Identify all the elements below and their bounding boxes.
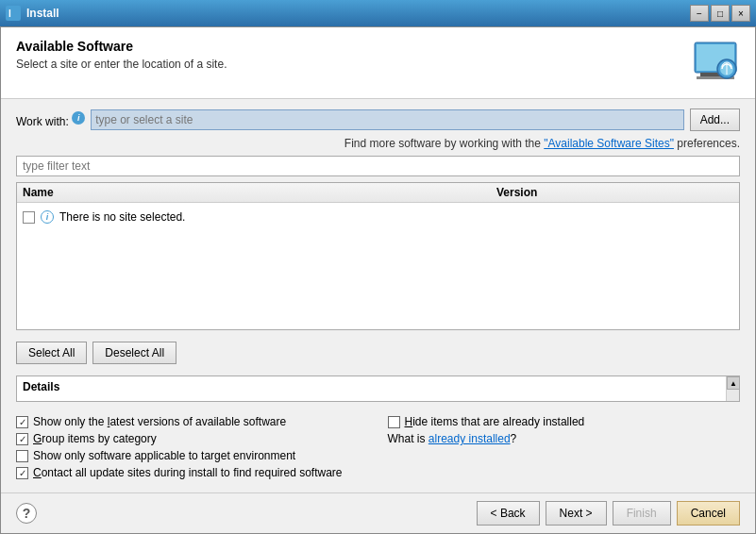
work-with-info-icon: i bbox=[72, 111, 85, 125]
col-name-header: Name bbox=[23, 186, 496, 199]
title-bar-text: Install bbox=[26, 7, 684, 20]
deselect-all-button[interactable]: Deselect All bbox=[92, 342, 176, 364]
row-checkbox[interactable] bbox=[23, 211, 35, 224]
svg-text:I: I bbox=[8, 8, 11, 19]
opt6-checkbox[interactable] bbox=[16, 467, 28, 479]
opt5-checkbox[interactable] bbox=[16, 450, 28, 462]
col-version-header: Version bbox=[496, 186, 733, 199]
opt2-checkbox[interactable] bbox=[388, 416, 400, 428]
software-table: Name Version i There is no site selected… bbox=[16, 182, 740, 330]
header-text: Available Software Select a site or ente… bbox=[16, 39, 227, 71]
no-site-message: There is no site selected. bbox=[59, 210, 185, 224]
option-contact-update-sites: Contact all update sites during install … bbox=[16, 466, 369, 479]
add-button[interactable]: Add... bbox=[690, 108, 740, 131]
title-bar-buttons: − □ × bbox=[690, 5, 750, 22]
table-header: Name Version bbox=[17, 183, 739, 203]
opt1-checkbox[interactable] bbox=[16, 416, 28, 428]
option-hide-installed: Hide items that are already installed bbox=[388, 415, 741, 428]
help-button[interactable]: ? bbox=[16, 503, 37, 524]
header-icon bbox=[691, 39, 740, 87]
dialog-content: Work with: i Add... Find more software b… bbox=[1, 99, 755, 492]
page-subtitle: Select a site or enter the location of a… bbox=[16, 58, 227, 71]
work-with-row: Work with: i Add... bbox=[16, 108, 740, 131]
no-site-row: i There is no site selected. bbox=[23, 207, 185, 227]
back-button[interactable]: < Back bbox=[477, 501, 540, 526]
dialog-footer: ? < Back Next > Finish Cancel bbox=[1, 492, 755, 533]
option-group-category: Group items by category bbox=[16, 432, 369, 445]
option-latest-versions: Show only the latest versions of availab… bbox=[16, 415, 369, 428]
title-bar-icon: I bbox=[6, 6, 21, 21]
next-button[interactable]: Next > bbox=[546, 501, 607, 526]
dialog: Available Software Select a site or ente… bbox=[0, 26, 756, 534]
site-input[interactable] bbox=[91, 109, 684, 130]
maximize-button[interactable]: □ bbox=[711, 5, 730, 22]
options-grid: Show only the latest versions of availab… bbox=[16, 408, 740, 483]
option-what-is-installed: What is already installed? bbox=[388, 432, 741, 445]
title-bar: I Install − □ × bbox=[0, 0, 756, 26]
dialog-header: Available Software Select a site or ente… bbox=[1, 27, 755, 99]
available-software-sites-link[interactable]: "Available Software Sites" bbox=[544, 137, 674, 150]
footer-buttons: < Back Next > Finish Cancel bbox=[477, 501, 740, 526]
option-empty-row bbox=[388, 449, 741, 462]
scrollbar-up-arrow[interactable]: ▲ bbox=[727, 376, 740, 390]
details-scrollbar[interactable]: ▲ bbox=[726, 376, 739, 401]
page-title: Available Software bbox=[16, 39, 227, 54]
details-section: Details ▲ bbox=[16, 375, 740, 402]
action-buttons: Select All Deselect All bbox=[16, 336, 740, 370]
option-applicable-target: Show only software applicable to target … bbox=[16, 449, 369, 462]
table-body: i There is no site selected. bbox=[17, 203, 739, 329]
work-with-label: Work with: i bbox=[16, 111, 85, 128]
footer-left: ? bbox=[16, 503, 37, 524]
info-circle-icon: i bbox=[41, 210, 54, 224]
already-installed-link[interactable]: already installed bbox=[428, 432, 511, 445]
opt3-checkbox[interactable] bbox=[16, 433, 28, 445]
details-label: Details bbox=[23, 380, 733, 393]
cancel-button[interactable]: Cancel bbox=[677, 501, 740, 526]
select-all-button[interactable]: Select All bbox=[16, 342, 87, 364]
close-button[interactable]: × bbox=[731, 5, 750, 22]
filter-input[interactable] bbox=[16, 156, 740, 176]
minimize-button[interactable]: − bbox=[690, 5, 709, 22]
finish-button[interactable]: Finish bbox=[613, 501, 671, 526]
available-sites-row: Find more software by working with the "… bbox=[16, 137, 740, 150]
